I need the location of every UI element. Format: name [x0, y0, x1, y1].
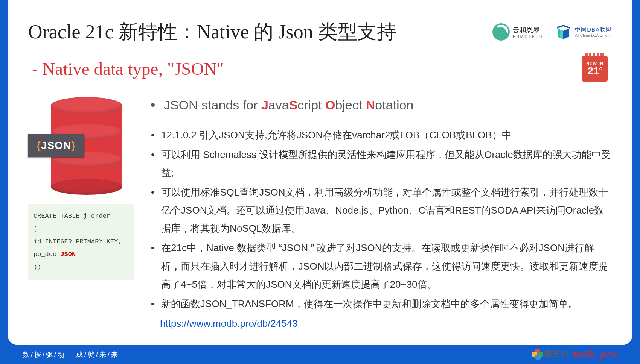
logo-separator: [549, 23, 549, 41]
motianlun-logo: 墨天轮: [532, 349, 569, 360]
subtitle-row: - Native data type, "JSON" NEW IN 21c: [28, 56, 612, 82]
bullet-dot-icon: [151, 103, 155, 107]
bullet-list: 12.1.0.2 引入JSON支持,允许将JSON存储在varchar2或LOB…: [149, 126, 612, 313]
json-tag: {JSON}: [28, 134, 84, 157]
footer-slogan: 数/据/驱/动 成/就/未/来: [23, 350, 118, 359]
code-line-1: CREATE TABLE j_order: [34, 210, 128, 223]
slide-subtitle: - Native data type, "JSON": [32, 59, 224, 79]
motianlun-icon: [532, 349, 542, 360]
dba-union-logo: 中国DBA联盟 All China DBA Union: [555, 23, 612, 41]
bullet-item: 12.1.0.2 引入JSON支持,允许将JSON存储在varchar2或LOB…: [149, 126, 612, 144]
code-line-5: );: [34, 261, 128, 274]
dba-union-text: 中国DBA联盟 All China DBA Union: [575, 26, 612, 38]
reference-link[interactable]: https://www.modb.pro/db/24543: [160, 318, 298, 329]
bullet-item: 可以利用 Schemaless 设计模型所提供的灵活性来构建应用程序，但又能从O…: [149, 146, 612, 182]
footer: 数/据/驱/动 成/就/未/来 墨天轮 modb.pro: [0, 345, 640, 364]
json-database-icon: {JSON}: [38, 93, 124, 195]
json-acronym: JSON stands for JavaScript Object Notati…: [164, 93, 413, 117]
bullet-item: 可以使用标准SQL查询JSON文档，利用高级分析功能，对单个属性或整个文档进行索…: [149, 183, 612, 237]
logo-group: 云和恩墨 ENMOTECH 中国DBA联盟 All China DBA Unio…: [492, 23, 612, 41]
slide-title: Oracle 21c 新特性：Native 的 Json 类型支持: [28, 19, 396, 45]
left-column: {JSON} CREATE TABLE j_order ( id INTEGER…: [28, 93, 134, 332]
modb-url: modb.pro: [573, 350, 617, 360]
body: {JSON} CREATE TABLE j_order ( id INTEGER…: [28, 93, 612, 332]
slide: Oracle 21c 新特性：Native 的 Json 类型支持 云和恩墨 E…: [8, 0, 632, 345]
enmotech-en: ENMOTECH: [513, 35, 543, 39]
bullet-item: 在21c中，Native 数据类型 “JSON ” 改进了对JSON的支持。在读…: [149, 239, 612, 293]
new-in-21c-badge: NEW IN 21c: [582, 56, 608, 82]
motianlun-text: 墨天轮: [544, 349, 569, 360]
lead-bullet: JSON stands for JavaScript Object Notati…: [149, 93, 612, 117]
enmotech-cn: 云和恩墨: [513, 26, 543, 35]
right-column: JSON stands for JavaScript Object Notati…: [149, 93, 612, 332]
dba-cn: 中国DBA联盟: [575, 26, 612, 33]
badge-version: 21c: [588, 66, 602, 76]
dba-en: All China DBA Union: [575, 33, 612, 38]
bullet-item: 新的函数JSON_TRANSFORM，使得在一次操作中更新和删除文档中的多个属性…: [149, 295, 612, 313]
enmotech-icon: [492, 23, 510, 41]
footer-brand: 墨天轮 modb.pro: [532, 349, 617, 360]
code-line-2: (: [34, 223, 128, 235]
code-example: CREATE TABLE j_order ( id INTEGER PRIMAR…: [28, 204, 134, 280]
code-line-3: id INTEGER PRIMARY KEY,: [34, 235, 128, 248]
enmotech-logo: 云和恩墨 ENMOTECH: [492, 23, 543, 41]
title-row: Oracle 21c 新特性：Native 的 Json 类型支持 云和恩墨 E…: [28, 19, 612, 45]
code-line-4: po_doc JSON: [34, 248, 128, 261]
dba-union-icon: [555, 23, 572, 41]
enmotech-text: 云和恩墨 ENMOTECH: [513, 26, 543, 39]
